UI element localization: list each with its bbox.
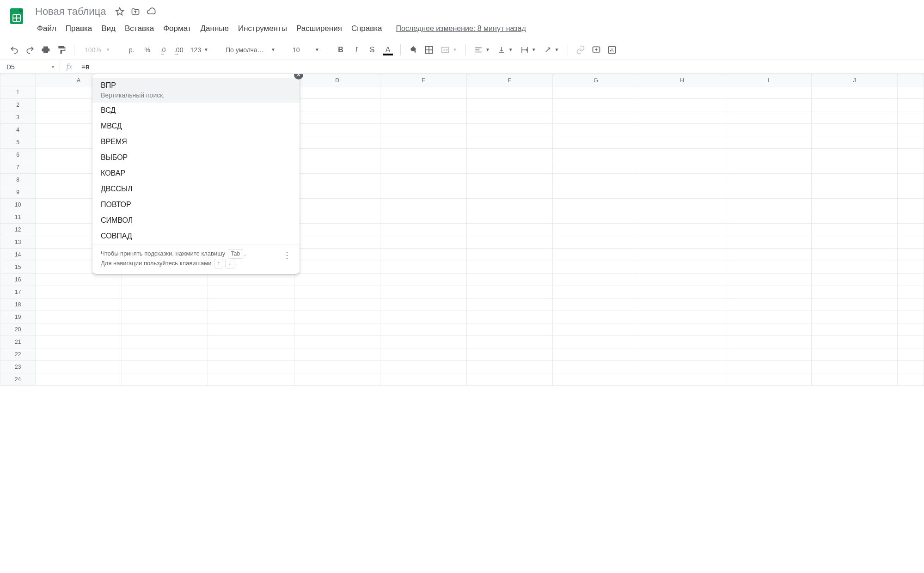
chart-button[interactable] [605,43,619,57]
cell[interactable] [380,336,467,348]
comment-button[interactable] [589,43,603,57]
cell[interactable] [36,361,122,373]
cell[interactable] [553,224,639,236]
cell[interactable] [122,373,208,386]
col-header[interactable]: E [380,74,467,86]
cell[interactable] [294,311,380,323]
cell[interactable] [466,311,553,323]
cell[interactable] [122,361,208,373]
row-header[interactable]: 12 [0,224,36,236]
cell[interactable] [639,323,725,336]
cell[interactable] [122,348,208,361]
cell[interactable] [36,311,122,323]
cell[interactable] [380,199,467,211]
move-icon[interactable] [131,7,140,16]
cell[interactable] [294,211,380,224]
cell[interactable] [553,186,639,199]
cell[interactable] [639,249,725,261]
cell[interactable] [639,286,725,299]
cell[interactable] [466,161,553,174]
row-header[interactable]: 18 [0,299,36,311]
cell[interactable] [725,361,812,373]
autocomplete-item[interactable]: СИМВОЛ [92,213,300,228]
cell[interactable] [811,299,898,311]
cell[interactable] [466,149,553,161]
cell[interactable] [725,149,812,161]
row-header[interactable]: 17 [0,286,36,299]
menu-edit[interactable]: Правка [61,21,97,36]
cell[interactable] [553,274,639,286]
cell[interactable] [294,261,380,274]
cell[interactable] [208,348,294,361]
cell[interactable] [380,323,467,336]
cell[interactable] [639,311,725,323]
cell[interactable] [294,174,380,186]
percent-button[interactable]: % [141,43,154,57]
cell[interactable] [553,348,639,361]
autocomplete-item[interactable]: ВЫБОР [92,150,300,165]
cell[interactable] [36,274,122,286]
cell[interactable] [208,299,294,311]
cell[interactable] [36,348,122,361]
cell[interactable] [639,211,725,224]
cell[interactable] [294,286,380,299]
cell[interactable] [466,361,553,373]
cell[interactable] [466,336,553,348]
row-header[interactable]: 2 [0,99,36,111]
menu-help[interactable]: Справка [347,21,387,36]
cell[interactable] [208,336,294,348]
cell[interactable] [36,286,122,299]
cell[interactable] [639,136,725,149]
cell[interactable] [380,361,467,373]
cloud-icon[interactable] [147,7,156,16]
cell[interactable] [36,299,122,311]
cell[interactable] [811,361,898,373]
cell[interactable] [811,161,898,174]
cell[interactable] [811,336,898,348]
row-header[interactable]: 21 [0,336,36,348]
cell[interactable] [725,136,812,149]
cell[interactable] [380,186,467,199]
bold-button[interactable]: B [334,43,348,57]
cell[interactable] [36,373,122,386]
cell[interactable] [294,373,380,386]
cell[interactable] [553,311,639,323]
menu-format[interactable]: Формат [159,21,196,36]
currency-button[interactable]: р. [125,43,139,57]
row-header[interactable]: 1 [0,86,36,99]
cell[interactable] [725,224,812,236]
cell[interactable] [639,111,725,124]
number-format-combo[interactable]: 123 ▼ [188,43,211,57]
autocomplete-item[interactable]: ВРЕМЯ [92,134,300,150]
autocomplete-item[interactable]: СОВПАД [92,228,300,244]
row-header[interactable]: 15 [0,261,36,274]
cell[interactable] [553,199,639,211]
cell[interactable] [380,136,467,149]
cell[interactable] [811,311,898,323]
cell[interactable] [725,236,812,249]
cell[interactable] [380,299,467,311]
cell[interactable] [553,136,639,149]
row-header[interactable]: 14 [0,249,36,261]
cell[interactable] [639,261,725,274]
strike-button[interactable]: S [365,43,379,57]
cell[interactable] [811,186,898,199]
link-button[interactable] [574,43,587,57]
col-header[interactable]: I [725,74,812,86]
row-header[interactable]: 9 [0,186,36,199]
cell[interactable] [725,274,812,286]
cell[interactable] [725,249,812,261]
col-header[interactable]: D [294,74,380,86]
cell[interactable] [466,111,553,124]
rotate-combo[interactable]: ▼ [541,43,562,57]
more-icon[interactable]: ⋮ [281,249,293,261]
cell[interactable] [208,274,294,286]
row-header[interactable]: 8 [0,174,36,186]
cell[interactable] [208,361,294,373]
cell[interactable] [122,336,208,348]
cell[interactable] [811,348,898,361]
cell[interactable] [208,286,294,299]
menu-view[interactable]: Вид [97,21,120,36]
cell[interactable] [380,249,467,261]
menu-file[interactable]: Файл [32,21,61,36]
